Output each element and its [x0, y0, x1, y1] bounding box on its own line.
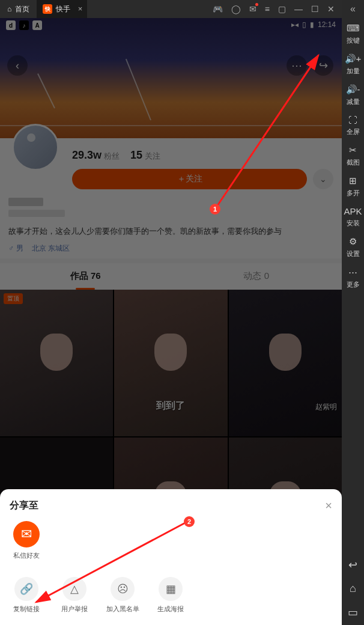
- share-button[interactable]: ↪: [313, 55, 333, 76]
- keyboard-icon: ⌨: [347, 23, 360, 34]
- nav-back-icon[interactable]: ↩: [348, 558, 357, 572]
- share-blacklist[interactable]: ☹ 加入黑名单: [106, 577, 139, 614]
- wifi-icon: ▸◂: [291, 20, 299, 29]
- side-multi[interactable]: ⊞多开: [342, 171, 364, 201]
- side-install[interactable]: APK安装: [342, 201, 364, 231]
- share-report[interactable]: △ 用户举报: [58, 577, 91, 614]
- follow-count: 15: [130, 149, 142, 161]
- fans-label: 粉丝: [104, 151, 120, 160]
- volume-up-icon: 🔊+: [345, 53, 362, 64]
- profile-card: 29.3w粉丝 15关注 ＋关注 ⌄ 故事才开始，这会儿人少需要你们随手的一个赞…: [0, 138, 342, 258]
- tab-moments[interactable]: 动态 0: [171, 263, 342, 290]
- minimize-icon[interactable]: ―: [294, 4, 303, 14]
- share-friend[interactable]: ✉ 私信好友: [10, 521, 43, 560]
- dots-icon: ⋯: [348, 267, 357, 278]
- window-icon[interactable]: ▢: [278, 4, 286, 14]
- status-time: 12:14: [318, 20, 336, 29]
- expand-button[interactable]: ⌄: [313, 169, 333, 189]
- fans-count: 29.3w: [72, 149, 102, 161]
- profile-stats: 29.3w粉丝 15关注: [72, 147, 333, 162]
- scissors-icon: ✂: [349, 145, 357, 156]
- more-button[interactable]: ⋯: [287, 55, 307, 76]
- close-tab-icon[interactable]: ×: [78, 4, 83, 13]
- multi-icon: ⊞: [349, 175, 357, 186]
- warn-icon: △: [62, 577, 86, 601]
- gear-icon: ⚙: [349, 236, 357, 247]
- link-icon: 🔗: [14, 577, 38, 601]
- profile-bio: 故事才开始，这会儿人少需要你们随手的一个赞。凯的新故事，需要你我的参与: [8, 225, 333, 237]
- pin-badge: 置顶: [4, 293, 23, 304]
- gamepad-icon[interactable]: 🎮: [213, 4, 223, 14]
- close-window-icon[interactable]: ✕: [327, 4, 335, 14]
- sheet-close-icon[interactable]: ×: [325, 499, 332, 513]
- emulator-titlebar: ⌂ 首页 快 快手 × 🎮 ◯ ✉ ≡ ▢ ― ☐ ✕: [0, 0, 342, 18]
- signal-icon: ▯: [302, 20, 306, 29]
- side-keys[interactable]: ⌨按键: [342, 18, 364, 49]
- maximize-icon[interactable]: ☐: [311, 4, 319, 14]
- video-cell[interactable]: 赵紫明: [229, 290, 342, 436]
- user-icon[interactable]: ◯: [231, 4, 241, 14]
- share-poster[interactable]: ▦ 生成海报: [154, 577, 187, 614]
- side-snip[interactable]: ✂截图: [342, 140, 364, 171]
- mail-icon[interactable]: ✉: [249, 4, 256, 14]
- video-caption: 到到了: [156, 400, 185, 412]
- nav-recent-icon[interactable]: ▭: [348, 606, 358, 619]
- phone-statusbar: ▸◂ ▯ ▮ 12:14: [0, 18, 342, 31]
- chat-icon: ✉: [13, 521, 40, 547]
- apk-icon: APK: [344, 206, 362, 216]
- share-copy-link[interactable]: 🔗 复制链接: [10, 577, 43, 614]
- tab-kuaishou[interactable]: 快 快手 ×: [37, 0, 87, 18]
- follow-button[interactable]: ＋关注: [72, 169, 307, 189]
- kuaishou-icon: 快: [43, 4, 52, 14]
- male-icon: ♂: [8, 244, 14, 252]
- tab-app-label: 快手: [56, 4, 70, 14]
- video-cell[interactable]: 到到了: [114, 290, 227, 436]
- home-icon: ⌂: [7, 5, 11, 13]
- gender-tag: ♂男: [8, 243, 23, 254]
- tab-home[interactable]: ⌂ 首页: [0, 0, 37, 18]
- menu-icon[interactable]: ≡: [265, 4, 270, 14]
- fullscreen-icon: ⛶: [348, 115, 357, 125]
- video-cell[interactable]: 置顶: [0, 290, 113, 436]
- back-button[interactable]: ‹: [7, 55, 28, 76]
- tab-home-label: 首页: [15, 4, 29, 14]
- emulator-sidebar: « ⌨按键 🔊+加量 🔊-减量 ⛶全屏 ✂截图 ⊞多开 APK安装 ⚙设置 ⋯更…: [342, 0, 364, 625]
- side-fullscreen[interactable]: ⛶全屏: [342, 110, 364, 140]
- sheet-title: 分享至: [10, 499, 38, 512]
- profile-tabs: 作品 76 动态 0: [0, 263, 342, 290]
- grid-icon: ▦: [159, 577, 183, 601]
- side-vol-up[interactable]: 🔊+加量: [342, 49, 364, 79]
- nav-home-icon[interactable]: ⌂: [350, 582, 356, 595]
- video-caption: 赵紫明: [315, 402, 337, 412]
- share-sheet: 分享至 × ✉ 私信好友 🔗 复制链接 △ 用户举报 ☹: [0, 489, 342, 625]
- side-more[interactable]: ⋯更多: [342, 262, 364, 293]
- side-vol-down[interactable]: 🔊-减量: [342, 79, 364, 110]
- volume-down-icon: 🔊-: [346, 84, 360, 95]
- avatar[interactable]: [12, 124, 59, 171]
- collapse-sidebar-icon[interactable]: «: [342, 0, 364, 18]
- profile-cover: [0, 18, 342, 138]
- skull-icon: ☹: [111, 577, 135, 601]
- follow-label: 关注: [145, 151, 160, 160]
- battery-icon: ▮: [310, 20, 314, 29]
- username-placeholder: [8, 198, 333, 217]
- side-settings[interactable]: ⚙设置: [342, 231, 364, 262]
- location-tag: 北京 东城区: [32, 243, 70, 254]
- tab-works[interactable]: 作品 76: [0, 263, 171, 290]
